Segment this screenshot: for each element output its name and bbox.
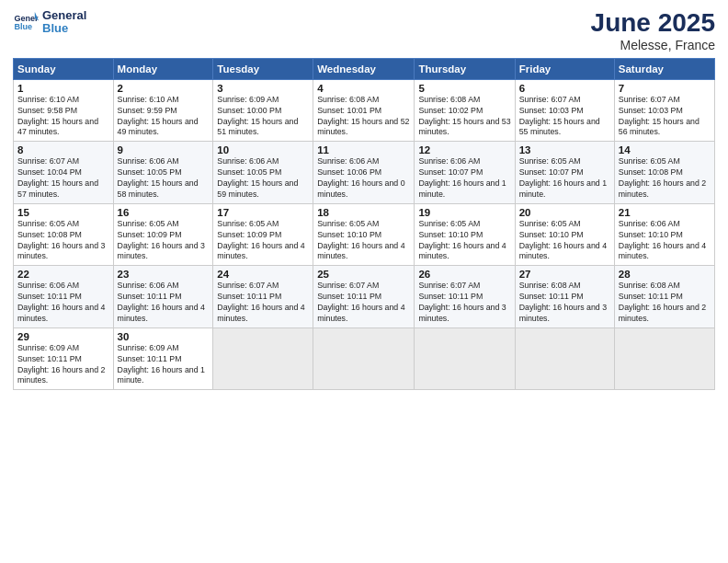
day-info: Sunrise: 6:09 AM Sunset: 10:11 PM Daylig… (118, 343, 210, 387)
day-number: 14 (619, 144, 711, 155)
day-number: 7 (619, 83, 711, 94)
day-number: 26 (418, 269, 510, 280)
calendar-cell: 8 Sunrise: 6:07 AM Sunset: 10:04 PM Dayl… (14, 142, 114, 204)
day-number: 5 (418, 83, 510, 94)
day-info: Sunrise: 6:05 AM Sunset: 10:07 PM Daylig… (519, 156, 610, 201)
calendar-cell: 6 Sunrise: 6:07 AM Sunset: 10:03 PM Dayl… (515, 79, 614, 142)
day-info: Sunrise: 6:06 AM Sunset: 10:11 PM Daylig… (17, 281, 109, 325)
day-info: Sunrise: 6:07 AM Sunset: 10:11 PM Daylig… (217, 281, 309, 325)
calendar-cell: 13 Sunrise: 6:05 AM Sunset: 10:07 PM Day… (515, 142, 614, 204)
page: General Blue General Blue June 2025 Mele… (0, 0, 728, 563)
logo: General Blue General Blue (13, 9, 86, 36)
calendar-cell: 11 Sunrise: 6:06 AM Sunset: 10:06 PM Day… (313, 142, 415, 204)
calendar-cell: 23 Sunrise: 6:06 AM Sunset: 10:11 PM Day… (113, 266, 213, 328)
day-number: 12 (418, 144, 510, 155)
day-info: Sunrise: 6:06 AM Sunset: 10:11 PM Daylig… (118, 281, 210, 325)
day-info: Sunrise: 6:07 AM Sunset: 10:03 PM Daylig… (519, 95, 610, 139)
calendar-cell: 14 Sunrise: 6:05 AM Sunset: 10:08 PM Day… (614, 142, 714, 204)
calendar-cell: 4 Sunrise: 6:08 AM Sunset: 10:01 PM Dayl… (313, 79, 415, 142)
day-info: Sunrise: 6:08 AM Sunset: 10:02 PM Daylig… (418, 95, 510, 139)
calendar-cell: 2 Sunrise: 6:10 AM Sunset: 9:59 PM Dayli… (113, 79, 213, 142)
day-number: 16 (118, 207, 210, 218)
week-row-1: 1 Sunrise: 6:10 AM Sunset: 9:58 PM Dayli… (14, 79, 715, 142)
day-info: Sunrise: 6:06 AM Sunset: 10:10 PM Daylig… (619, 219, 711, 263)
day-number: 20 (519, 207, 610, 218)
day-number: 28 (619, 269, 711, 280)
day-number: 10 (217, 144, 309, 155)
calendar-cell: 27 Sunrise: 6:08 AM Sunset: 10:11 PM Day… (515, 266, 614, 328)
calendar-cell: 30 Sunrise: 6:09 AM Sunset: 10:11 PM Day… (113, 327, 213, 390)
calendar-cell: 18 Sunrise: 6:05 AM Sunset: 10:10 PM Day… (313, 203, 415, 266)
calendar-cell (213, 327, 313, 390)
day-number: 29 (17, 331, 109, 342)
day-info: Sunrise: 6:05 AM Sunset: 10:10 PM Daylig… (317, 219, 410, 263)
day-number: 24 (217, 269, 309, 280)
calendar-cell (313, 327, 415, 390)
title-block: June 2025 Melesse, France (591, 9, 715, 52)
day-info: Sunrise: 6:06 AM Sunset: 10:07 PM Daylig… (418, 156, 510, 201)
day-number: 13 (519, 144, 610, 155)
main-title: June 2025 (591, 9, 715, 38)
week-row-5: 29 Sunrise: 6:09 AM Sunset: 10:11 PM Day… (14, 327, 715, 390)
day-info: Sunrise: 6:05 AM Sunset: 10:08 PM Daylig… (619, 156, 711, 201)
calendar-cell: 10 Sunrise: 6:06 AM Sunset: 10:05 PM Day… (213, 142, 313, 204)
calendar-cell: 22 Sunrise: 6:06 AM Sunset: 10:11 PM Day… (14, 266, 114, 328)
week-row-4: 22 Sunrise: 6:06 AM Sunset: 10:11 PM Day… (14, 266, 715, 328)
day-info: Sunrise: 6:05 AM Sunset: 10:10 PM Daylig… (418, 219, 510, 263)
day-info: Sunrise: 6:05 AM Sunset: 10:08 PM Daylig… (17, 219, 109, 263)
logo-general: General (42, 9, 86, 22)
day-number: 4 (317, 83, 410, 94)
day-info: Sunrise: 6:05 AM Sunset: 10:09 PM Daylig… (118, 219, 210, 263)
calendar-cell: 17 Sunrise: 6:05 AM Sunset: 10:09 PM Day… (213, 203, 313, 266)
day-number: 9 (118, 144, 210, 155)
day-info: Sunrise: 6:06 AM Sunset: 10:06 PM Daylig… (317, 156, 410, 201)
weekday-header-sunday: Sunday (14, 58, 114, 79)
day-info: Sunrise: 6:08 AM Sunset: 10:11 PM Daylig… (519, 281, 610, 325)
day-info: Sunrise: 6:07 AM Sunset: 10:11 PM Daylig… (317, 281, 410, 325)
day-info: Sunrise: 6:07 AM Sunset: 10:03 PM Daylig… (619, 95, 711, 139)
calendar-table: SundayMondayTuesdayWednesdayThursdayFrid… (13, 58, 715, 391)
header: General Blue General Blue June 2025 Mele… (13, 9, 715, 52)
day-info: Sunrise: 6:09 AM Sunset: 10:00 PM Daylig… (217, 95, 309, 139)
weekday-header-thursday: Thursday (415, 58, 515, 79)
day-number: 8 (17, 144, 109, 155)
day-number: 19 (418, 207, 510, 218)
day-info: Sunrise: 6:05 AM Sunset: 10:09 PM Daylig… (217, 219, 309, 263)
day-number: 21 (619, 207, 711, 218)
day-info: Sunrise: 6:05 AM Sunset: 10:10 PM Daylig… (519, 219, 610, 263)
logo-blue: Blue (42, 22, 86, 35)
calendar-cell: 15 Sunrise: 6:05 AM Sunset: 10:08 PM Day… (14, 203, 114, 266)
day-number: 22 (17, 269, 109, 280)
weekday-header-monday: Monday (113, 58, 213, 79)
day-number: 23 (118, 269, 210, 280)
calendar-cell: 28 Sunrise: 6:08 AM Sunset: 10:11 PM Day… (614, 266, 714, 328)
calendar-cell: 25 Sunrise: 6:07 AM Sunset: 10:11 PM Day… (313, 266, 415, 328)
day-number: 18 (317, 207, 410, 218)
calendar-cell: 5 Sunrise: 6:08 AM Sunset: 10:02 PM Dayl… (415, 79, 515, 142)
day-number: 17 (217, 207, 309, 218)
weekday-header-saturday: Saturday (614, 58, 714, 79)
day-number: 1 (17, 83, 109, 94)
calendar-cell: 3 Sunrise: 6:09 AM Sunset: 10:00 PM Dayl… (213, 79, 313, 142)
day-info: Sunrise: 6:10 AM Sunset: 9:58 PM Dayligh… (17, 95, 109, 139)
day-info: Sunrise: 6:08 AM Sunset: 10:01 PM Daylig… (317, 95, 410, 139)
svg-text:Blue: Blue (14, 22, 32, 31)
day-info: Sunrise: 6:10 AM Sunset: 9:59 PM Dayligh… (118, 95, 210, 139)
day-number: 2 (118, 83, 210, 94)
day-info: Sunrise: 6:06 AM Sunset: 10:05 PM Daylig… (217, 156, 309, 201)
day-number: 3 (217, 83, 309, 94)
day-number: 15 (17, 207, 109, 218)
calendar-cell (614, 327, 714, 390)
weekday-header-row: SundayMondayTuesdayWednesdayThursdayFrid… (14, 58, 715, 79)
weekday-header-friday: Friday (515, 58, 614, 79)
week-row-2: 8 Sunrise: 6:07 AM Sunset: 10:04 PM Dayl… (14, 142, 715, 204)
subtitle: Melesse, France (591, 38, 715, 52)
logo-icon: General Blue (13, 9, 39, 35)
week-row-3: 15 Sunrise: 6:05 AM Sunset: 10:08 PM Day… (14, 203, 715, 266)
calendar-cell: 12 Sunrise: 6:06 AM Sunset: 10:07 PM Day… (415, 142, 515, 204)
calendar-cell: 20 Sunrise: 6:05 AM Sunset: 10:10 PM Day… (515, 203, 614, 266)
day-number: 6 (519, 83, 610, 94)
weekday-header-wednesday: Wednesday (313, 58, 415, 79)
day-info: Sunrise: 6:07 AM Sunset: 10:04 PM Daylig… (17, 156, 109, 201)
calendar-cell: 19 Sunrise: 6:05 AM Sunset: 10:10 PM Day… (415, 203, 515, 266)
